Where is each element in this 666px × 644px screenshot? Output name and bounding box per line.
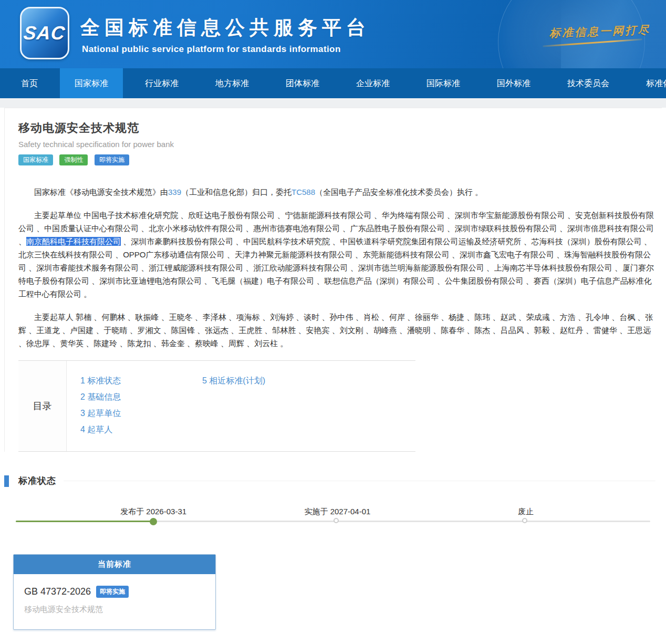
- timeline-label-abolished: 废止: [518, 507, 534, 517]
- nav-item-home[interactable]: 首页: [6, 68, 53, 98]
- toc-item-basic-info[interactable]: 2 基础信息: [80, 389, 202, 405]
- highlighted-org: 南京酷科电子科技有限公司: [26, 237, 121, 246]
- nav-item-international-standards[interactable]: 国际标准: [412, 68, 475, 98]
- intro-text-3: （全国电子产品安全标准化技术委员会）执行 。: [315, 188, 483, 196]
- content-panel: 移动电源安全技术规范 Safety technical specificatio…: [4, 108, 662, 452]
- sac-logo[interactable]: SAC: [20, 7, 69, 59]
- toc-item-standard-status[interactable]: 1 标准状态: [80, 372, 202, 389]
- tag-national-standard: 国家标准: [18, 154, 53, 165]
- toc-column-1: 1 标准状态 2 基础信息 3 起草单位 4 起草人: [80, 372, 202, 438]
- nav-item-local-standards[interactable]: 地方标准: [201, 68, 264, 98]
- card-code-row: GB 47372-2026 即将实施: [24, 586, 205, 598]
- tag-upcoming: 即将实施: [95, 154, 129, 165]
- intro-text-1: 国家标准《移动电源安全技术规范》由: [34, 188, 168, 196]
- toc-item-drafting-orgs[interactable]: 3 起草单位: [80, 405, 202, 421]
- site-subtitle: National public service platform for sta…: [82, 44, 341, 55]
- status-section-title: 标准状态: [18, 475, 56, 487]
- standard-code[interactable]: GB 47372-2026: [24, 586, 91, 597]
- toc-item-similar-standards[interactable]: 5 相近标准(计划): [202, 372, 265, 389]
- drafting-orgs-paragraph: 主要起草单位 中国电子技术标准化研究院 、欣旺达电子股份有限公司 、宁德新能源科…: [18, 209, 654, 300]
- toc-columns: 1 标准状态 2 基础信息 3 起草单位 4 起草人 5 相近标准(计划): [67, 361, 265, 451]
- timeline-label-published: 发布于 2026-03-31: [120, 507, 186, 517]
- sac-logo-text: SAC: [23, 22, 66, 44]
- section-divider-line: [64, 481, 655, 481]
- department-code-link[interactable]: 339: [168, 188, 181, 196]
- timeline-dot-published: [150, 518, 157, 525]
- toc-column-2: 5 相近标准(计划): [202, 372, 265, 438]
- timeline-progress: [16, 521, 153, 522]
- main-nav: 首页 国家标准 行业标准 地方标准 团体标准 企业标准 国际标准 国外标准 技术…: [0, 68, 666, 98]
- page-title: 移动电源安全技术规范: [18, 120, 654, 136]
- tag-mandatory: 强制性: [59, 154, 88, 165]
- tag-row: 国家标准 强制性 即将实施: [18, 154, 654, 165]
- section-marker: [4, 475, 9, 487]
- status-timeline: 发布于 2026-03-31 实施于 2027-04-01 废止: [16, 501, 650, 538]
- toc-label: 目录: [18, 361, 67, 451]
- nav-item-enterprise-standards[interactable]: 企业标准: [341, 68, 404, 98]
- nav-item-industry-standards[interactable]: 行业标准: [130, 68, 193, 98]
- nav-item-foreign-standards[interactable]: 国外标准: [482, 68, 545, 98]
- toc-item-drafters[interactable]: 4 起草人: [80, 421, 202, 438]
- intro-text-2: （工业和信息化部）归口，委托: [181, 188, 292, 196]
- card-body: GB 47372-2026 即将实施 移动电源安全技术规范: [14, 574, 215, 629]
- current-standard-card[interactable]: 当前标准 GB 47372-2026 即将实施 移动电源安全技术规范: [13, 554, 216, 630]
- orgs-text-after: 、深圳市豪鹏科技股份有限公司 、中国民航科学技术研究院 、中国铁道科学研究院集团…: [18, 237, 654, 298]
- table-of-contents: 目录 1 标准状态 2 基础信息 3 起草单位 4 起草人 5 相近标准(计划): [18, 360, 415, 452]
- timeline-label-implemented: 实施于 2027-04-01: [305, 507, 371, 517]
- drafters-paragraph: 主要起草人 郭楠 、何鹏林 、耿振峰 、王晓冬 、李泽林 、项海标 、刘海婷 、…: [18, 310, 654, 350]
- card-header: 当前标准: [14, 555, 215, 574]
- timeline-dot-implemented: [334, 518, 339, 523]
- upcoming-badge: 即将实施: [96, 586, 129, 598]
- nav-item-national-standards[interactable]: 国家标准: [60, 68, 123, 98]
- page-title-english: Safety technical specification for power…: [18, 140, 654, 149]
- site-title: 全国标准信息公共服务平台: [80, 15, 370, 41]
- standard-description: 国家标准《移动电源安全技术规范》由339（工业和信息化部）归口，委托TC588（…: [18, 185, 654, 350]
- nav-item-standardization-talent[interactable]: 标准化人才: [631, 68, 666, 98]
- header-separator: [0, 98, 666, 108]
- status-section-header: 标准状态: [4, 475, 655, 487]
- nav-item-group-standards[interactable]: 团体标准: [271, 68, 334, 98]
- standard-name: 移动电源安全技术规范: [24, 605, 205, 615]
- nav-item-technical-committees[interactable]: 技术委员会: [553, 68, 624, 98]
- committee-code-link[interactable]: TC588: [292, 188, 315, 196]
- timeline-dot-abolished: [522, 518, 527, 523]
- header-banner: SAC 全国标准信息公共服务平台 National public service…: [0, 0, 666, 68]
- intro-paragraph: 国家标准《移动电源安全技术规范》由339（工业和信息化部）归口，委托TC588（…: [18, 185, 654, 199]
